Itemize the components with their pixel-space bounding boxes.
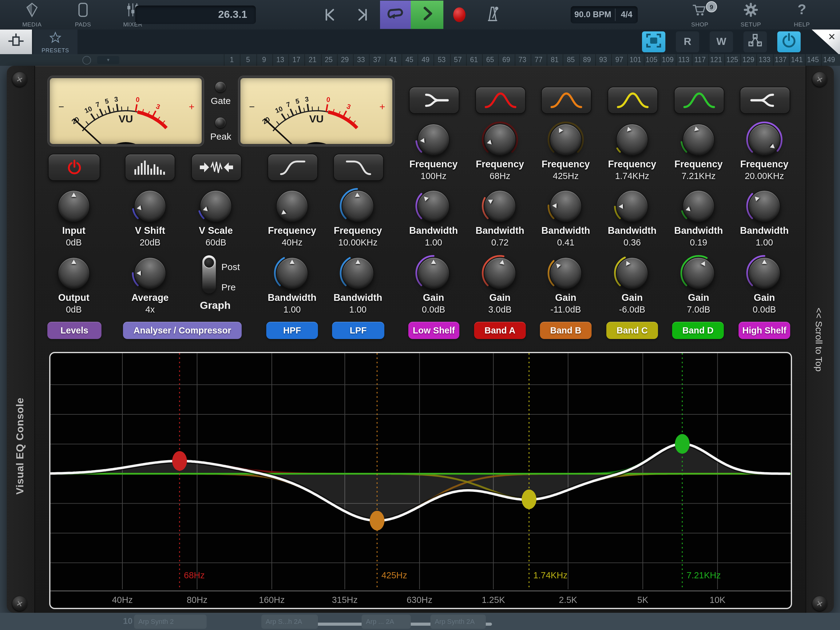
output-knob[interactable] [57, 256, 90, 290]
knob-pointer [625, 126, 632, 131]
band-b-marker[interactable] [369, 511, 384, 530]
low-shelf-type-button[interactable] [409, 87, 459, 114]
knob-pointer [289, 260, 294, 264]
svg-text:5: 5 [104, 97, 109, 106]
band-a-gain-knob[interactable] [483, 256, 516, 290]
timeline-ruler[interactable]: ▾ 15913172125293337414549535761656973778… [0, 54, 840, 66]
shop-cart-icon [692, 2, 708, 20]
hpf-bandwidth-knob[interactable] [275, 256, 309, 290]
write-automation-button[interactable]: W [710, 32, 733, 52]
input-knob-label: Input0dB [36, 225, 112, 249]
low-shelf-bandwidth-knob[interactable] [417, 190, 450, 223]
loop-button[interactable] [380, 1, 411, 29]
media-button[interactable]: MEDIA [19, 2, 46, 28]
band-a-marker[interactable] [172, 451, 187, 471]
skip-to-end-icon[interactable] [355, 7, 370, 25]
compressor-button[interactable] [191, 154, 242, 181]
eq-response-graph[interactable]: 68Hz425Hz1.74KHz7.21KHz40Hz80Hz160Hz315H… [49, 352, 792, 609]
band-tab-hpf[interactable]: HPF [266, 322, 318, 339]
band-a-frequency-knob[interactable] [483, 123, 516, 156]
band-tab-low-shelf[interactable]: Low Shelf [408, 322, 459, 339]
low-shelf-gain-knob[interactable] [417, 256, 450, 290]
help-button[interactable]: ? HELP [788, 2, 815, 28]
routing-icon [747, 32, 763, 51]
band-c-gain-knob[interactable] [616, 256, 649, 290]
band-tab-band-b[interactable]: Band B [540, 322, 592, 339]
band-tab-high-shelf[interactable]: High Shelf [739, 322, 790, 339]
lpf-bandwidth-knob[interactable] [341, 256, 374, 290]
band-tab-band-d[interactable]: Band D [672, 322, 724, 339]
shop-label: SHOP [691, 21, 708, 28]
analyser-button[interactable] [125, 154, 175, 181]
fullscreen-button[interactable] [642, 32, 665, 52]
knob-pointer [753, 195, 759, 201]
pads-button[interactable]: PADS [69, 2, 96, 28]
high-shelf-bandwidth-knob[interactable] [748, 190, 781, 223]
v-scale-knob[interactable] [199, 190, 232, 223]
high-shelf-gain-knob[interactable] [748, 256, 781, 290]
band-d-marker[interactable] [675, 434, 690, 454]
hpf-frequency-knob[interactable] [275, 190, 309, 223]
knob-pointer [355, 260, 360, 264]
band-c-marker[interactable] [522, 489, 537, 509]
band-c-type-button[interactable] [608, 87, 658, 114]
graph-post-pre-toggle[interactable] [202, 255, 216, 293]
band-tab-lpf[interactable]: LPF [332, 322, 384, 339]
high-shelf-frequency-knob[interactable] [748, 123, 781, 156]
band-b-frequency-knob[interactable] [549, 123, 583, 156]
peak-led [215, 117, 226, 128]
knob-pointer [486, 140, 492, 146]
skip-to-start-icon[interactable] [322, 7, 337, 25]
band-c-bandwidth-knob[interactable] [616, 190, 649, 223]
average-knob[interactable] [133, 256, 167, 290]
ruler-zoom-button[interactable]: ▾ [97, 56, 119, 64]
arrange-clip[interactable]: Arp Synth 2A [431, 615, 486, 629]
record-button[interactable] [453, 7, 466, 22]
band-d-gain-knob[interactable] [682, 256, 715, 290]
input-knob[interactable] [57, 190, 90, 223]
routing-button[interactable] [744, 32, 767, 52]
band-a-bandwidth-knob[interactable] [483, 190, 516, 223]
low-shelf-frequency-knob[interactable] [417, 123, 450, 156]
scroll-to-top-button[interactable]: << Scroll to Top [814, 308, 824, 372]
lpf-frequency-knob[interactable] [341, 190, 374, 223]
band-b-gain-knob-label: Gain-11.0dB [527, 292, 604, 316]
band-b-type-button[interactable] [541, 87, 592, 114]
band-b-gain-knob[interactable] [549, 256, 583, 290]
read-automation-button[interactable]: R [676, 32, 699, 52]
arrange-clip[interactable]: Arp S...h 2A [261, 615, 318, 629]
band-a-type-button[interactable] [475, 87, 526, 114]
svg-text:0: 0 [326, 96, 330, 104]
band-d-frequency-knob[interactable] [682, 123, 715, 156]
band-d-bandwidth-knob[interactable] [682, 190, 715, 223]
band-d-type-button[interactable] [674, 87, 725, 114]
band-c-frequency-knob[interactable] [616, 123, 649, 156]
hpf-slope-button[interactable] [267, 154, 318, 181]
v-shift-knob[interactable] [133, 190, 167, 223]
low-shelf-gain-knob-label: Gain0.0dB [395, 292, 472, 316]
lpf-bandwidth-knob-label: Bandwidth1.00 [320, 292, 396, 316]
lpf-slope-button[interactable] [333, 154, 384, 181]
band-tab-levels[interactable]: Levels [47, 322, 101, 339]
tab-insert-effect[interactable] [0, 30, 32, 54]
song-position-display[interactable]: 26.3.1 [135, 6, 256, 24]
setup-button[interactable]: SETUP [737, 2, 764, 28]
band-tab-band-c[interactable]: Band C [606, 322, 658, 339]
high-shelf-type-button[interactable] [740, 87, 790, 114]
bypass-power-button[interactable] [777, 32, 801, 52]
low-shelf-bandwidth-knob-label: Bandwidth1.00 [395, 225, 472, 249]
eq-power-button[interactable] [48, 154, 100, 181]
arrange-clip[interactable]: Arp ... 2A [362, 615, 411, 629]
knob-pointer [693, 126, 699, 131]
tab-presets[interactable]: PRESETS [33, 30, 77, 54]
band-b-bandwidth-knob[interactable] [549, 190, 583, 223]
arrange-clip[interactable]: Arp Synth 2 [134, 615, 207, 629]
play-button[interactable] [411, 1, 444, 29]
knob-pointer [487, 198, 493, 204]
band-tab-band-a[interactable]: Band A [474, 322, 526, 339]
band-tab-analyser-compressor[interactable]: Analyser / Compressor [123, 322, 242, 339]
tempo-display[interactable]: 90.0 BPM 4/4 [571, 6, 638, 24]
svg-text:68Hz: 68Hz [184, 570, 205, 580]
metronome-icon[interactable] [483, 5, 502, 26]
plugin-left-rail [7, 66, 35, 613]
